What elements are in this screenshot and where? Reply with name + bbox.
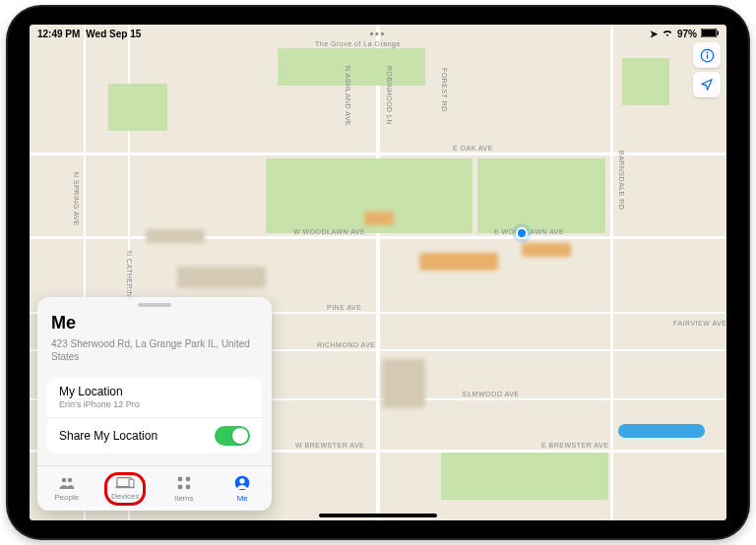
me-icon: [234, 475, 250, 493]
locate-me-button[interactable]: [693, 72, 721, 97]
battery-icon: [701, 29, 719, 39]
svg-point-14: [185, 484, 190, 489]
my-location-row[interactable]: My Location Erin's iPhone 12 Pro: [47, 377, 262, 418]
redacted-area: [522, 243, 571, 257]
park-area: [622, 58, 669, 105]
label-ashland: N ASHLAND AVE: [345, 66, 351, 126]
svg-point-16: [240, 478, 245, 483]
redacted-area: [364, 212, 394, 225]
svg-rect-2: [718, 30, 720, 34]
svg-point-12: [185, 476, 190, 481]
redacted-area: [146, 229, 205, 243]
tab-label: Me: [237, 494, 248, 503]
svg-point-7: [68, 477, 73, 482]
label-woodlawn-w: W WOODLAWN AVE: [293, 228, 365, 235]
home-indicator[interactable]: [319, 514, 437, 517]
svg-rect-10: [129, 479, 134, 487]
panel-grabber[interactable]: [138, 303, 171, 307]
label-barnsdale: BARNSDALE RD: [618, 151, 625, 210]
share-location-row: Share My Location: [47, 418, 262, 454]
tab-devices[interactable]: Devices: [96, 466, 156, 511]
label-richmond: RICHMOND AVE: [317, 341, 376, 348]
pond: [618, 424, 705, 438]
wifi-icon: [662, 28, 673, 39]
redacted-area: [382, 359, 425, 408]
info-button[interactable]: [693, 42, 721, 68]
devices-icon: [115, 476, 135, 491]
tab-items[interactable]: Items: [155, 466, 214, 511]
row-subtitle: Erin's iPhone 12 Pro: [59, 399, 140, 409]
label-brewster-e: E BREWSTER AVE: [541, 442, 608, 449]
park-area: [278, 48, 425, 86]
ipad-frame: The Grove of La Grange E OAK AVE W WOODL…: [8, 7, 748, 538]
screen: The Grove of La Grange E OAK AVE W WOODL…: [30, 25, 726, 520]
multitask-dots-icon[interactable]: •••: [370, 29, 387, 39]
svg-point-5: [706, 51, 708, 53]
panel-title: Me: [51, 313, 258, 333]
status-date: Wed Sep 15: [86, 29, 141, 39]
svg-point-13: [177, 484, 182, 489]
svg-point-6: [62, 477, 67, 482]
label-oak: E OAK AVE: [453, 145, 493, 151]
redacted-area: [419, 253, 498, 271]
panel-address: 423 Sherwood Rd, La Grange Park IL, Unit…: [51, 337, 258, 363]
row-title: Share My Location: [59, 429, 158, 443]
svg-rect-1: [702, 30, 716, 36]
label-fairview: FAIRVIEW AVE: [673, 320, 726, 327]
items-icon: [176, 475, 192, 493]
park-area: [441, 453, 608, 500]
people-icon: [58, 476, 76, 492]
label-elmwood: ELMWOOD AVE: [463, 391, 520, 397]
park-area: [108, 84, 167, 131]
row-title: My Location: [59, 385, 140, 398]
settings-card: My Location Erin's iPhone 12 Pro Share M…: [47, 377, 262, 454]
tab-people[interactable]: People: [37, 466, 96, 511]
location-indicator-icon: ➤: [650, 29, 658, 39]
label-woodlawn-e: E WOODLAWN AVE: [494, 228, 564, 235]
tab-me[interactable]: Me: [214, 466, 273, 511]
park-area: [477, 158, 605, 233]
svg-point-11: [177, 476, 182, 481]
label-robinhood: ROBINHOOD LN: [386, 66, 393, 125]
label-pine: PINE AVE: [327, 304, 361, 311]
share-location-toggle[interactable]: [215, 426, 250, 446]
label-brewster-w: W BREWSTER AVE: [295, 442, 364, 449]
tab-bar: People Devices Items: [37, 465, 272, 511]
tab-label: Items: [174, 494, 194, 503]
user-location-dot[interactable]: [516, 227, 528, 239]
status-time: 12:49 PM: [37, 29, 80, 39]
label-forest: FOREST RD: [441, 68, 448, 112]
redacted-area: [177, 267, 266, 288]
map-controls: [693, 42, 721, 97]
status-bar: 12:49 PM Wed Sep 15 ••• ➤ 97%: [30, 25, 726, 42]
label-spring-n: N SPRING AVE: [73, 172, 80, 226]
me-panel: Me 423 Sherwood Rd, La Grange Park IL, U…: [37, 297, 272, 511]
svg-rect-4: [706, 54, 707, 58]
battery-pct: 97%: [677, 29, 697, 39]
tab-label: People: [54, 493, 79, 502]
tab-label: Devices: [111, 492, 139, 501]
